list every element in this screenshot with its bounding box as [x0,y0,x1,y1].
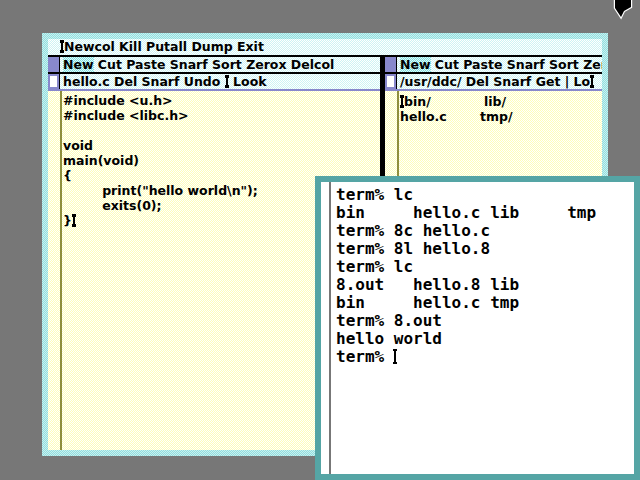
terminal-window: term% lc bin hello.c lib tmp term% 8c he… [315,176,640,480]
mouse-cursor [611,0,635,20]
text-caret [61,41,63,52]
column-button-icon[interactable] [385,57,397,72]
terminal-body[interactable]: term% lc bin hello.c lib tmp term% 8c he… [321,182,634,474]
left-column-tag[interactable]: New Cut Paste Snarf Sort Zerox Delcol [48,57,380,74]
dir-entry[interactable]: bin/ [404,94,484,109]
main-tag-commands[interactable]: Newcol Kill Putall Dump Exit [64,39,264,54]
terminal-scrollbar[interactable] [329,182,331,474]
dir-entry[interactable]: hello.c [400,109,480,124]
right-column-tag-commands[interactable]: Cut Paste Snarf Sort Zer [431,57,603,72]
window-dirty-box-icon[interactable] [385,74,397,89]
left-window-scrollbar[interactable] [48,91,62,450]
left-window-tag-text-after[interactable]: Look [229,74,267,89]
left-column-tag-selection[interactable]: New [63,57,94,72]
text-caret [591,76,593,87]
text-caret [73,215,75,226]
right-window-tag[interactable]: /usr/ddc/ Del Snarf Get | Lo [385,74,602,91]
left-column-tag-commands[interactable]: Cut Paste Snarf Sort Zerox Delcol [94,57,335,72]
list-item[interactable]: bin/lib/ [400,94,602,109]
dir-entry[interactable]: tmp/ [480,109,513,124]
desktop: Newcol Kill Putall Dump Exit New Cut Pas… [0,0,640,480]
left-window-tag-text[interactable]: hello.c Del Snarf Undo [63,74,225,89]
right-column-tag[interactable]: New Cut Paste Snarf Sort Zer [385,57,602,74]
left-window-tag[interactable]: hello.c Del Snarf Undo Look [48,74,380,91]
terminal-text[interactable]: term% lc bin hello.c lib tmp term% 8c he… [321,182,634,366]
list-item[interactable]: hello.ctmp/ [400,109,602,124]
text-caret [401,96,403,107]
text-caret [394,350,396,363]
right-column-tag-selection[interactable]: New [400,57,431,72]
window-dirty-box-icon[interactable] [48,74,60,89]
column-button-icon[interactable] [48,57,60,72]
acme-main-tag[interactable]: Newcol Kill Putall Dump Exit [48,39,602,57]
dir-entry[interactable]: lib/ [484,94,506,109]
text-caret [226,76,228,87]
directory-listing[interactable]: bin/lib/ hello.ctmp/ [385,91,602,124]
right-window-tag-text[interactable]: /usr/ddc/ Del Snarf Get | Lo [400,74,590,89]
